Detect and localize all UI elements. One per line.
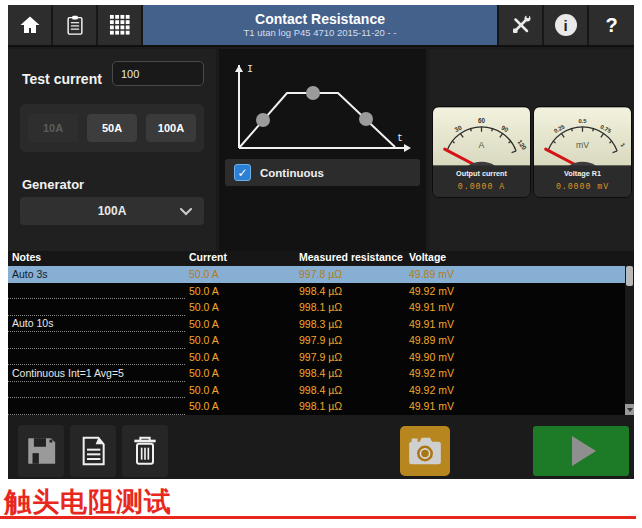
meter-unit-label: mV <box>576 140 589 150</box>
apps-menu-button[interactable] <box>98 5 143 45</box>
graph-x-axis-label: t <box>397 133 403 144</box>
scrollbar-down-button[interactable] <box>625 404 634 415</box>
caption-underline <box>0 516 636 519</box>
generator-label: Generator <box>22 177 84 192</box>
save-icon <box>24 434 58 468</box>
trash-icon <box>129 433 161 469</box>
app-window: Contact Resistance T1 utan log P45 4710 … <box>8 5 634 479</box>
new-session-button[interactable] <box>70 425 116 477</box>
table-row[interactable]: Continuous Int=1 Avg=5 50.0 A 998.4 µΩ 4… <box>8 365 625 382</box>
current-profile-panel: I t ✓ Continuous <box>219 49 426 251</box>
table-scrollbar[interactable] <box>625 266 634 415</box>
test-current-panel: Test current 10A 50A 100A Generator 100A <box>8 49 216 251</box>
info-icon: i <box>555 14 577 36</box>
meter-value: 0.0000 mV <box>556 182 609 191</box>
table-row[interactable]: 50.0 A 998.1 µΩ 49.91 mV <box>8 398 625 415</box>
meter-scale-label: 60 <box>478 117 486 124</box>
continuous-label: Continuous <box>260 167 324 179</box>
page-title: Contact Resistance <box>255 11 385 27</box>
current-profile-graph: I t <box>225 55 420 157</box>
voltage-r1-meter: 0.25 0.5 0.75 1 mV Voltage R1 0.0000 mV <box>533 106 632 198</box>
help-icon: ? <box>605 14 617 37</box>
meter-name: Voltage R1 <box>564 169 601 178</box>
document-icon <box>77 433 109 469</box>
meter-scale-label: 0.5 <box>578 118 587 124</box>
ramp-down-handle[interactable] <box>359 112 373 126</box>
graph-y-axis-label: I <box>247 64 253 75</box>
ramp-up-handle[interactable] <box>256 113 270 127</box>
title-bar: Contact Resistance T1 utan log P45 4710 … <box>143 5 499 45</box>
preset-group: 10A 50A 100A <box>20 104 204 152</box>
column-header-voltage: Voltage <box>405 251 634 266</box>
play-icon <box>572 436 596 466</box>
test-current-input[interactable] <box>112 61 204 86</box>
bottom-toolbar <box>8 419 634 479</box>
tools-icon <box>509 13 533 37</box>
table-row[interactable]: 50.0 A 997.9 µΩ 49.90 mV <box>8 349 625 366</box>
continuous-checkbox[interactable]: ✓ <box>234 164 251 181</box>
table-row[interactable]: 50.0 A 998.4 µΩ 49.92 mV <box>8 382 625 399</box>
caption-title: 触头电阻测试 <box>4 484 172 520</box>
column-header-current: Current <box>185 251 295 266</box>
settings-button[interactable] <box>499 5 544 45</box>
preset-100a-button[interactable]: 100A <box>146 114 196 142</box>
meter-name: Output current <box>456 169 507 178</box>
top-bar: Contact Resistance T1 utan log P45 4710 … <box>8 5 634 47</box>
generator-dropdown[interactable]: 100A <box>20 197 204 225</box>
page-subtitle: T1 utan log P45 4710 2015-11-20 - - <box>244 27 397 39</box>
meter-unit-label: A <box>479 140 485 150</box>
save-button[interactable] <box>18 425 64 477</box>
top-bar-right: i ? <box>499 5 634 45</box>
meters-panel: 30 60 90 120 A Output current 0.0000 A <box>429 49 634 251</box>
table-row[interactable]: Auto 10s 50.0 A 998.3 µΩ 49.91 mV <box>8 316 625 333</box>
camera-icon <box>405 431 445 471</box>
table-row[interactable]: 50.0 A 997.9 µΩ 49.89 mV <box>8 332 625 349</box>
chevron-down-icon <box>180 208 192 216</box>
column-header-notes: Notes <box>8 251 185 266</box>
plateau-handle[interactable] <box>306 86 320 100</box>
generator-value: 100A <box>98 204 127 218</box>
scrollbar-thumb[interactable] <box>626 266 633 286</box>
meter-value: 0.0000 A <box>458 182 505 191</box>
continuous-row: ✓ Continuous <box>225 159 420 186</box>
preset-50a-button[interactable]: 50A <box>87 114 137 142</box>
grid-icon <box>109 14 131 36</box>
check-icon: ✓ <box>237 166 247 180</box>
table-row[interactable]: Auto 3s 50.0 A 997.8 µΩ 49.89 mV <box>8 266 625 283</box>
table-row[interactable]: 50.0 A 998.4 µΩ 49.92 mV <box>8 283 625 300</box>
preset-10a-button[interactable]: 10A <box>28 114 78 142</box>
delete-button[interactable] <box>122 425 168 477</box>
clipboard-icon <box>64 13 86 37</box>
home-icon <box>18 13 42 37</box>
test-current-label: Test current <box>22 71 102 87</box>
table-row[interactable]: 50.0 A 998.1 µΩ 49.91 mV <box>8 299 625 316</box>
help-button[interactable]: ? <box>589 5 634 45</box>
results-table: Auto 3s 50.0 A 997.8 µΩ 49.89 mV 50.0 A … <box>8 266 625 415</box>
table-header: Notes Current Measured resistance Voltag… <box>8 251 634 266</box>
home-button[interactable] <box>8 5 53 45</box>
output-current-meter: 30 60 90 120 A Output current 0.0000 A <box>432 106 531 198</box>
start-button[interactable] <box>533 426 629 476</box>
info-button[interactable]: i <box>544 5 589 45</box>
column-header-resistance: Measured resistance <box>295 251 405 266</box>
report-button[interactable] <box>53 5 98 45</box>
snapshot-button[interactable] <box>400 426 450 476</box>
